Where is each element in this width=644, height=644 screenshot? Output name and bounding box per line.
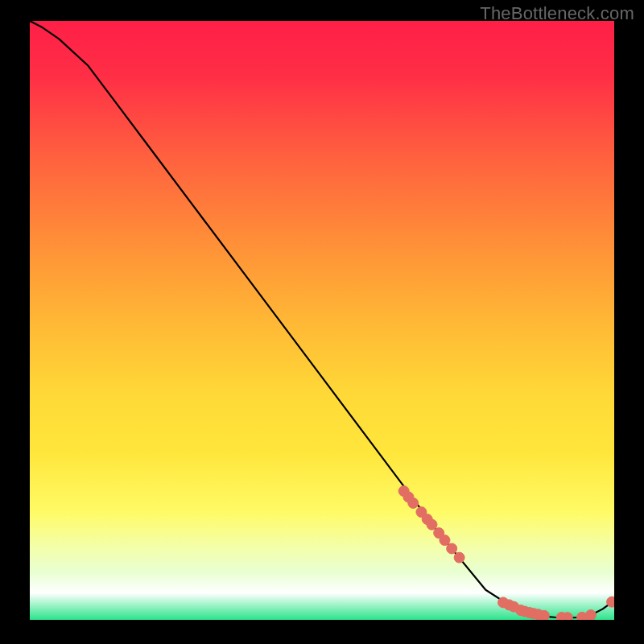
gradient-background [30, 21, 614, 620]
data-point [408, 497, 419, 508]
chart-stage: TheBottleneck.com [0, 0, 644, 644]
data-point [539, 610, 549, 620]
plot-area [30, 21, 614, 620]
chart-svg [30, 21, 614, 620]
data-point [427, 519, 437, 530]
watermark-text: TheBottleneck.com [480, 3, 634, 24]
data-point [440, 535, 450, 546]
data-point [447, 543, 457, 554]
data-point [607, 597, 614, 607]
data-point [562, 613, 572, 620]
data-point [454, 552, 464, 563]
data-point [585, 610, 596, 620]
